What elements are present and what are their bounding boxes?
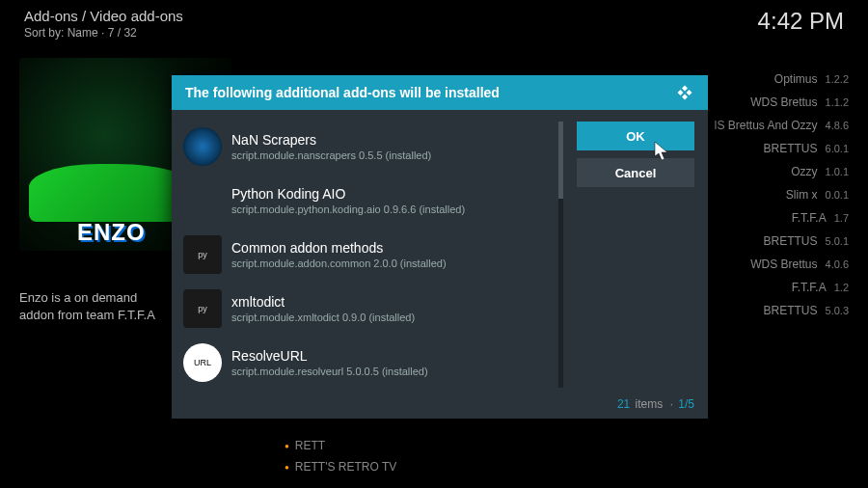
addon-list-item[interactable]: NaN Scrapersscript.module.nanscrapers 0.… xyxy=(176,122,563,172)
addon-name: ResolveURL xyxy=(231,348,556,364)
ok-button[interactable]: OK xyxy=(577,122,694,150)
dialog-title: The following additional add-ons will be… xyxy=(185,85,500,100)
addon-detail: script.module.resolveurl 5.0.0.5 (instal… xyxy=(231,366,556,377)
addon-list-item[interactable]: pyCommon addon methodsscript.module.addo… xyxy=(176,230,563,280)
kodi-logo-icon xyxy=(675,83,694,102)
addon-list-item[interactable]: Python Koding AIOscript.module.python.ko… xyxy=(176,176,563,226)
addon-icon xyxy=(183,181,222,220)
addon-icon: URL xyxy=(183,343,222,382)
dialog-footer: 21 items · 1/5 xyxy=(172,393,708,419)
addon-list-item[interactable]: pyxmltodictscript.module.xmltodict 0.9.0… xyxy=(176,284,563,334)
breadcrumb: Add-ons / Video add-ons xyxy=(24,8,183,24)
install-dialog: The following additional add-ons will be… xyxy=(172,75,708,419)
cancel-button[interactable]: Cancel xyxy=(577,158,694,187)
list-item[interactable]: ●RETT xyxy=(285,439,396,452)
addon-detail: script.module.python.koding.aio 0.9.6.6 … xyxy=(231,203,556,215)
addon-name: Python Koding AIO xyxy=(231,186,556,202)
addon-name: Common addon methods xyxy=(231,240,556,256)
addon-detail: script.module.nanscrapers 0.5.5 (install… xyxy=(231,149,556,161)
addon-detail: script.module.addon.common 2.0.0 (instal… xyxy=(231,258,556,269)
addon-list-item[interactable]: URLResolveURLscript.module.resolveurl 5.… xyxy=(176,338,563,388)
addon-description: Enzo is a on demand addon from team F.T.… xyxy=(19,289,174,324)
sort-info: Sort by: Name · 7 / 32 xyxy=(24,26,183,40)
python-icon: py xyxy=(183,289,222,328)
clock: 4:42 PM xyxy=(758,8,844,40)
addon-detail: script.module.xmltodict 0.9.0 (installed… xyxy=(231,312,556,323)
addon-name: NaN Scrapers xyxy=(231,132,556,148)
addon-name: xmltodict xyxy=(231,294,556,310)
list-item[interactable]: ●RETT'S RETRO TV xyxy=(285,460,396,474)
python-icon: py xyxy=(183,235,222,274)
addon-icon xyxy=(183,127,222,166)
dialog-scrollbar[interactable] xyxy=(558,122,563,388)
